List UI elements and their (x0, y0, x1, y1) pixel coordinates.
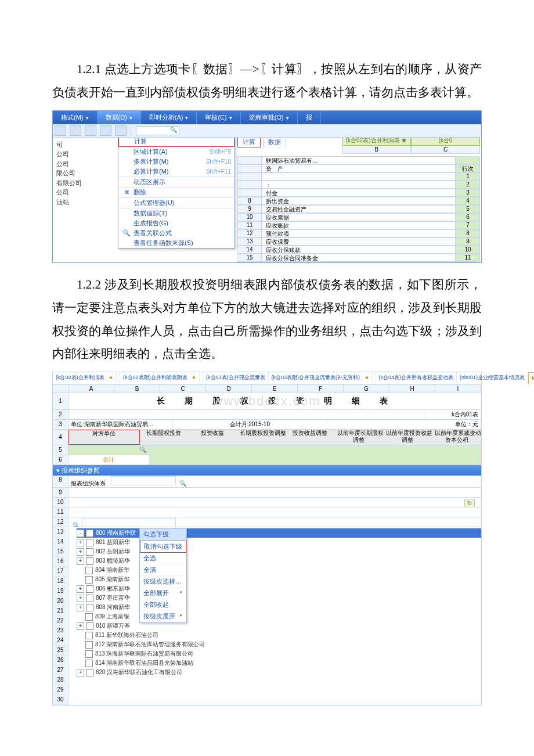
row-number: 25 (53, 646, 68, 656)
tree-node[interactable]: -800 湖南新华联 (77, 528, 481, 538)
checkbox[interactable] (85, 576, 93, 584)
ribbon-icon[interactable] (70, 125, 81, 136)
column-header: 投资收益 (189, 430, 237, 445)
expand-icon[interactable]: + (77, 585, 84, 593)
context-menu-item[interactable]: 全部收起 (140, 599, 186, 611)
watermark: www.bdocx.com (53, 394, 481, 409)
tree-node[interactable]: 812 湖南新华联石油库站管理服务有限公司 (77, 640, 481, 649)
menu-item[interactable]: 查看任务函数来源(S) (118, 238, 234, 248)
expand-icon[interactable]: + (77, 622, 84, 630)
tree-node[interactable]: 814 湖南新华联石油品阳县光荣加油站 (77, 658, 481, 668)
checkbox[interactable] (86, 622, 93, 630)
search-icon[interactable]: 🔍 (73, 522, 80, 527)
expand-icon[interactable]: + (77, 548, 84, 556)
sheet-tab[interactable]: (k合02表)合并利润表 ★ (342, 138, 411, 146)
checkbox[interactable] (85, 632, 93, 639)
menu-item[interactable]: 必算计算(M)Shift+F11 (118, 167, 234, 177)
tree-node[interactable]: 804 湖南新华 (77, 566, 481, 575)
row-number: 10 (53, 498, 68, 507)
org-tree[interactable]: -800 湖南新华联+801 益阳新华+802 岳阳新华+803 醴陵新华804… (68, 528, 481, 677)
expand-icon[interactable]: + (77, 557, 84, 565)
checkbox[interactable] (85, 660, 93, 667)
expand-icon[interactable]: + (77, 604, 84, 611)
context-menu-item[interactable]: 勾选下级 (140, 529, 186, 541)
menu-item[interactable]: 公式管理器(U) (118, 198, 234, 208)
context-menu-item[interactable]: 全选 (140, 553, 186, 564)
search-icon[interactable]: 🔍 (179, 480, 186, 487)
menu-audit[interactable]: 审核(C)▾ (197, 111, 240, 124)
search-input[interactable]: 🔍 (136, 126, 179, 135)
tree-node[interactable]: +807 枣庄富华 (77, 593, 481, 603)
spreadsheet-grid[interactable]: 联国际石油贸易有…资 产行次1：2付金38拆出资金49交易性金融资产510应收票… (237, 156, 480, 262)
ribbon-icon[interactable] (100, 125, 111, 136)
checkbox[interactable] (86, 595, 93, 602)
expand-icon[interactable]: - (77, 530, 84, 537)
checkbox[interactable] (86, 669, 93, 676)
workbook-tab[interactable]: (k合03表)合并现金流量表 (203, 372, 269, 384)
tree-node[interactable]: 809 上海富银 (77, 612, 481, 621)
tree-node[interactable]: +803 醴陵新华 (77, 556, 481, 566)
checkbox[interactable] (86, 585, 93, 593)
menu-analyze[interactable]: 即时分析(A)▾ (141, 111, 197, 124)
refresh-icon[interactable]: ↻ (464, 499, 475, 507)
context-menu-item[interactable]: 全清 (140, 564, 186, 576)
menu-item[interactable]: 区域计算(A)Shift+F9 (118, 147, 234, 157)
tree-node[interactable]: +810 新疆万基 (77, 621, 481, 631)
menu-item[interactable]: 数据追踪(T) (118, 208, 234, 218)
org-system-input[interactable] (111, 476, 176, 485)
magnifier-icon[interactable]: 🔍 (139, 447, 146, 453)
expand-icon[interactable]: + (77, 595, 84, 602)
workbook-tab[interactable]: (k合03表附)合并现金流量表(补充资料) ★ (269, 372, 376, 384)
row-number: 12 (53, 517, 68, 527)
ribbon-toolbar: 🔍 (53, 124, 481, 138)
checkbox[interactable] (86, 557, 93, 565)
tree-search-input[interactable] (82, 518, 176, 527)
tree-node[interactable]: +802 岳阳新华 (77, 547, 481, 556)
row-number: 27 (53, 665, 68, 675)
workbook-tab[interactable]: (k合02表)合并利润表 ★ (53, 372, 120, 384)
ribbon-icon[interactable] (85, 125, 96, 136)
context-menu-item[interactable]: 全部展开▸ (140, 588, 186, 599)
workbook-tab[interactable]: (k合02表附)合并利润表附表 ★ (120, 372, 203, 384)
checkbox[interactable] (85, 650, 93, 658)
tree-node[interactable]: +806 郴东新华 (77, 584, 481, 593)
context-menu-item[interactable]: 按级次选择… (140, 576, 186, 588)
subtab-compute[interactable]: 计算 (237, 138, 261, 147)
menu-item[interactable]: 计算 (118, 138, 234, 147)
tree-node[interactable]: 813 珠海新华联国际石油贸易有限公司 (77, 649, 481, 658)
menu-item[interactable]: 🔍查看关联公式 (118, 228, 234, 238)
checkbox[interactable] (85, 641, 93, 649)
menu-data[interactable]: 数据(D)▾ (98, 111, 141, 124)
menu-report[interactable]: 报 (298, 111, 321, 124)
context-menu-item[interactable]: 取消勾选下级 (140, 541, 186, 553)
checkbox[interactable] (85, 613, 93, 621)
tree-node[interactable]: 805 湖南新华 (77, 575, 481, 584)
tree-node[interactable]: +820 汉寿新华联石油化工有限公司 (77, 668, 481, 677)
menu-item[interactable]: 多表计算(M)Shift+F10 (118, 157, 234, 167)
workbook-tab[interactable]: (nb001)企业经营基本情况表 (457, 372, 528, 384)
expand-icon[interactable]: + (77, 669, 84, 676)
menu-item[interactable]: 动态区展示 (118, 177, 234, 187)
menu-workflow[interactable]: 流程审批(O)▾ (241, 111, 298, 124)
context-menu-item[interactable]: 按级次展开▸ (140, 611, 186, 622)
checkbox[interactable] (86, 530, 93, 537)
menu-format[interactable]: 格式(M)▾ (53, 111, 98, 124)
tree-node[interactable]: 811 新华联海外石油公司 (77, 631, 481, 640)
subtab-data[interactable]: 数据 (263, 138, 286, 147)
workbook-tab[interactable]: (k合04表)合并所有者权益变动表 (376, 372, 457, 384)
ribbon-icon[interactable] (55, 125, 66, 136)
tree-node[interactable]: +801 益阳新华 (77, 538, 481, 547)
workbook-tab-active[interactable]: k合内01表)长期股权投 (528, 372, 534, 384)
checkbox[interactable] (86, 539, 93, 546)
ribbon-icon[interactable] (115, 125, 127, 136)
checkbox[interactable] (86, 548, 93, 556)
menu-item[interactable]: ✖删除 (118, 188, 234, 197)
org-ref-panel-header[interactable]: ▾ 报表组织参照 (53, 465, 481, 476)
row-number: 5 (53, 445, 68, 455)
menu-item[interactable]: 生成报告(G) (118, 218, 234, 228)
sheet-tab[interactable]: (k合0 (411, 138, 480, 146)
tree-node[interactable]: +808 河南新华 (77, 603, 481, 612)
expand-icon[interactable]: + (77, 539, 84, 546)
checkbox[interactable] (86, 604, 93, 611)
checkbox[interactable] (85, 567, 93, 574)
